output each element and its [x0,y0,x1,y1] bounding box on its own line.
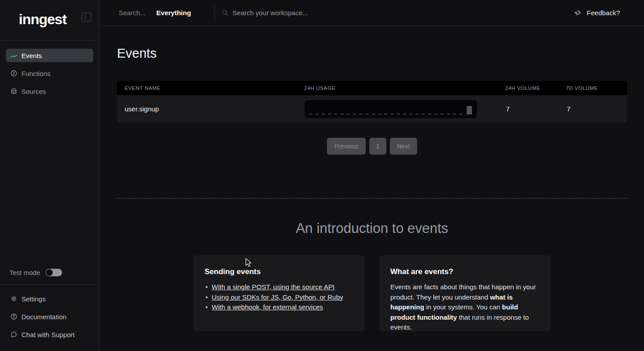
sidebar-item-functions[interactable]: Functions [6,67,93,80]
table-row[interactable]: user.signup 7 7 [117,95,627,123]
sparkline-bar [467,106,472,114]
sidebar-item-sources[interactable]: Sources [6,85,93,98]
workspace-search [222,9,574,17]
workspace-search-input[interactable] [233,9,420,17]
test-mode-label: Test mode [9,269,40,276]
sidebar-collapse-icon[interactable] [81,12,92,22]
list-item: Using our SDKs for JS, Go, Python, or Ru… [205,292,354,303]
sidebar-bottom: Test mode Settings [0,265,99,351]
column-header-24h-volume: 24H VOLUME [505,85,566,91]
table-header: EVENT NAME 24H USAGE 24H VOLUME 7D VOLUM… [117,81,627,95]
link-single-post-api[interactable]: With a single POST, using the source API [212,283,335,291]
sidebar-item-label: Sources [21,88,46,95]
next-page-button[interactable]: Next [390,138,417,155]
sparkline-baseline [309,114,466,114]
events-dots-icon [11,52,17,59]
link-sdks[interactable]: Using our SDKs for JS, Go, Python, or Ru… [212,293,343,301]
pagination: Previous 1 Next [117,138,627,155]
topbar: Search... Everything Feedback? [100,0,644,26]
usage-sparkline-chart [305,100,477,118]
events-table: EVENT NAME 24H USAGE 24H VOLUME 7D VOLUM… [117,81,627,123]
sidebar-item-label: Settings [21,295,46,303]
link-webhook[interactable]: With a webhook, for external services [212,303,323,311]
gear-icon [11,296,17,302]
card-link-list: With a single POST, using the source API… [205,282,354,313]
volume-7d-cell: 7 [566,105,627,113]
chat-bubble-icon [11,331,17,338]
column-header-event-name: EVENT NAME [125,85,304,91]
page-number-button[interactable]: 1 [369,138,386,155]
dashed-divider [117,198,627,199]
sidebar: inngest Events [0,0,100,351]
feedback-link[interactable]: Feedback? [574,9,620,17]
column-header-7d-volume: 7D VOLUME [566,85,627,91]
body-text: Events are facts about things that happe… [390,283,536,301]
intro-cards: Sending events With a single POST, using… [193,255,551,331]
topbar-divider [214,4,215,21]
feedback-label: Feedback? [587,9,620,17]
database-icon [11,88,17,94]
sidebar-item-documentation[interactable]: Documentation [6,310,93,323]
volume-24h-cell: 7 [505,105,566,113]
test-mode-toggle[interactable] [46,269,62,276]
sidebar-item-label: Chat with Support [21,331,75,338]
test-mode-row: Test mode [0,265,99,280]
sending-events-card: Sending events With a single POST, using… [193,255,365,331]
sidebar-item-settings[interactable]: Settings [6,292,93,305]
sidebar-nav: Events Functions Sources [0,41,99,98]
list-item: With a webhook, for external services [205,302,354,313]
sidebar-item-label: Events [21,52,42,59]
sidebar-header: inngest [0,0,99,41]
column-header-24h-usage: 24H USAGE [304,85,505,91]
search-label: Search... [119,9,146,17]
event-name-cell: user.signup [125,105,304,113]
search-icon [222,9,229,16]
sidebar-footer: Settings Documentation C [0,284,99,351]
previous-page-button[interactable]: Previous [327,138,365,155]
sidebar-item-chat-support[interactable]: Chat with Support [6,328,93,341]
card-title: Sending events [205,267,354,276]
question-circle-icon [11,313,17,320]
search-scope-selector[interactable]: Everything [156,9,191,17]
body-text: in your systems. You can [424,303,502,311]
functions-circle-icon [11,70,17,76]
inngest-logo: inngest [19,11,67,28]
list-item: With a single POST, using the source API [205,282,354,292]
sidebar-item-label: Documentation [21,313,67,321]
page-title: Events [117,46,157,61]
card-body-text: Events are facts about things that happe… [390,282,539,333]
sidebar-item-events[interactable]: Events [6,49,93,62]
toggle-knob [46,269,53,276]
intro-heading: An introduction to events [100,220,644,237]
megaphone-icon [574,9,582,17]
sidebar-item-label: Functions [21,70,50,77]
card-title: What are events? [390,267,539,276]
what-are-events-card: What are events? Events are facts about … [379,255,551,331]
